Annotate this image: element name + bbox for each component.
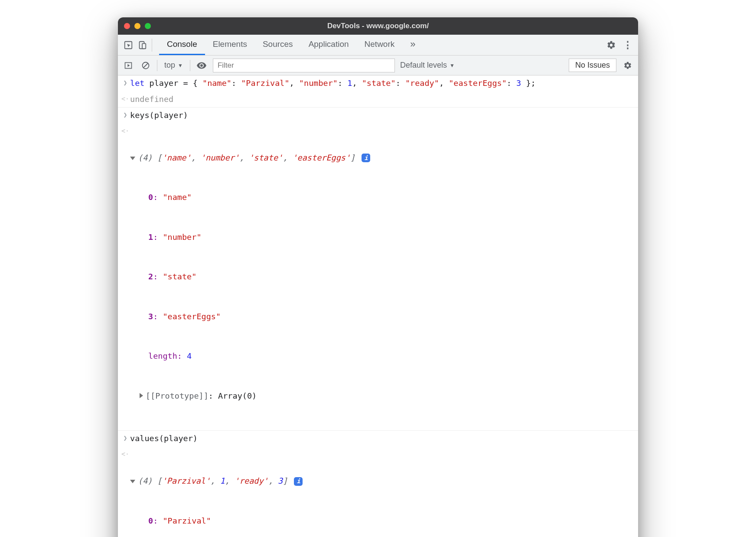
zoom-icon[interactable] (145, 23, 151, 29)
console-code[interactable]: values(player) (130, 432, 635, 445)
array-summary[interactable]: (4) ['name', 'number', 'state', 'easterE… (130, 151, 635, 165)
chevron-down-icon: ▼ (450, 62, 455, 69)
console-code[interactable]: let player = { "name": "Parzival", "numb… (130, 77, 635, 90)
clear-console-icon[interactable] (140, 59, 152, 72)
output-chevron-icon: <· (121, 125, 130, 137)
console-output-row: <· (4) ['name', 'number', 'state', 'east… (118, 124, 638, 431)
levels-label: Default levels (400, 61, 447, 70)
context-label: top (164, 61, 175, 70)
console-input-row: ❯ let player = { "name": "Parzival", "nu… (118, 75, 638, 92)
tab-elements[interactable]: Elements (205, 35, 255, 55)
expand-arrow-icon[interactable] (130, 157, 135, 160)
tabs: Console Elements Sources Application Net… (159, 35, 604, 55)
output-chevron-icon: <· (121, 448, 130, 460)
tab-application[interactable]: Application (301, 35, 357, 55)
kebab-menu-icon[interactable]: ⋮ (621, 38, 635, 52)
tab-console[interactable]: Console (159, 35, 205, 55)
console-output-row: <· (4) ['Parzival', 1, 'ready', 3] i 0: … (118, 447, 638, 537)
array-prototype[interactable]: [[Prototype]]: Array(0) (130, 390, 635, 403)
info-icon[interactable]: i (294, 477, 303, 486)
array-item: 3: "easterEggs" (130, 310, 635, 324)
console-settings-icon[interactable] (622, 59, 634, 72)
console-input-row: ❯ values(player) (118, 431, 638, 447)
sidebar-toggle-icon[interactable] (122, 59, 134, 72)
devtools-window: DevTools - www.google.com/ Console Eleme… (118, 17, 638, 537)
divider (190, 60, 190, 71)
info-icon[interactable]: i (362, 154, 370, 162)
tabbar: Console Elements Sources Application Net… (118, 35, 638, 56)
array-output[interactable]: (4) ['Parzival', 1, 'ready', 3] i 0: "Pa… (130, 448, 635, 537)
input-chevron-icon: ❯ (121, 432, 130, 444)
settings-icon[interactable] (604, 38, 618, 52)
live-expression-icon[interactable] (196, 59, 208, 72)
svg-rect-2 (142, 43, 146, 49)
console-code[interactable]: keys(player) (130, 109, 635, 122)
output-chevron-icon: <· (121, 93, 130, 105)
tab-network[interactable]: Network (357, 35, 403, 55)
console-toolbar: top ▼ Default levels ▼ No Issues (118, 56, 638, 75)
console-output: undefined (130, 93, 635, 106)
array-output[interactable]: (4) ['name', 'number', 'state', 'easterE… (130, 125, 635, 429)
array-item: 1: "number" (130, 231, 635, 244)
divider (152, 39, 152, 52)
input-chevron-icon: ❯ (121, 77, 130, 88)
console-output-row: <· undefined (118, 92, 638, 108)
array-item: 0: "name" (130, 191, 635, 204)
array-summary[interactable]: (4) ['Parzival', 1, 'ready', 3] i (130, 475, 635, 488)
titlebar: DevTools - www.google.com/ (118, 17, 638, 35)
minimize-icon[interactable] (134, 23, 140, 29)
array-item: 0: "Parzival" (130, 514, 635, 528)
divider (157, 60, 157, 71)
array-length: length: 4 (130, 350, 635, 363)
filter-input[interactable] (213, 59, 395, 72)
traffic-lights (124, 23, 151, 29)
close-icon[interactable] (124, 23, 130, 29)
window-title: DevTools - www.google.com/ (118, 22, 638, 30)
tabs-overflow-icon[interactable]: » (402, 35, 423, 55)
tab-sources[interactable]: Sources (255, 35, 301, 55)
context-selector[interactable]: top ▼ (163, 61, 185, 70)
array-item: 2: "state" (130, 270, 635, 284)
expand-arrow-icon[interactable] (130, 480, 135, 483)
input-chevron-icon: ❯ (121, 109, 130, 121)
chevron-down-icon: ▼ (178, 62, 183, 69)
log-levels-selector[interactable]: Default levels ▼ (400, 61, 455, 70)
console-input-row: ❯ keys(player) (118, 108, 638, 124)
device-toggle-icon[interactable] (135, 38, 149, 52)
issues-button[interactable]: No Issues (569, 59, 616, 72)
inspect-icon[interactable] (121, 38, 135, 52)
console-body: ❯ let player = { "name": "Parzival", "nu… (118, 75, 638, 537)
expand-arrow-icon[interactable] (140, 393, 143, 398)
